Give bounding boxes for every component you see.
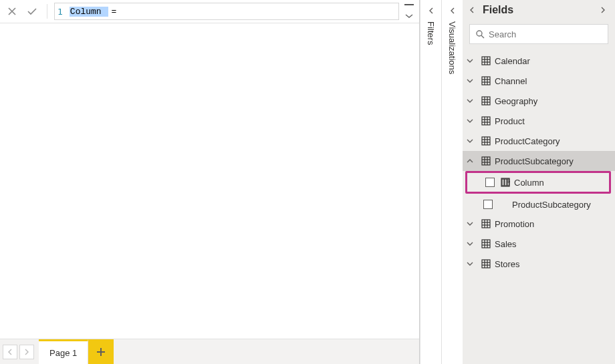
chevron-right-icon [24, 349, 29, 355]
add-page-button[interactable] [88, 339, 114, 365]
expand-toggle[interactable] [463, 77, 477, 84]
table-label: Stores [495, 259, 610, 269]
tabs-prev-button[interactable] [3, 345, 17, 359]
expand-toggle[interactable] [463, 98, 477, 104]
field-checkbox[interactable] [483, 178, 497, 187]
check-icon [27, 7, 37, 16]
formula-equals: = [111, 7, 116, 17]
fields-pane: Fields CalendarChannelGeographyProductPr… [463, 0, 615, 364]
fields-search-box[interactable] [469, 24, 608, 44]
visualizations-pane-collapsed[interactable]: Visualizations [441, 0, 463, 364]
chevron-down-icon [467, 220, 473, 227]
expand-toggle[interactable] [463, 158, 477, 164]
table-item-sales[interactable]: Sales [463, 234, 615, 254]
table-icon [481, 76, 491, 85]
dax-formula-editor[interactable]: 1 Column = [54, 3, 399, 20]
calculated-column-icon: fx [501, 178, 510, 187]
field-label: Column [514, 178, 609, 188]
close-icon [7, 7, 17, 16]
divider [47, 4, 47, 19]
expand-toggle[interactable] [463, 220, 477, 227]
table-item-channel[interactable]: Channel [463, 71, 615, 91]
filters-pane-collapsed[interactable]: Filters [420, 0, 441, 364]
page-tabs-bar: Page 1 [0, 339, 419, 364]
expand-toggle[interactable] [463, 118, 477, 124]
page-tab-label: Page 1 [49, 348, 77, 358]
svg-rect-41 [482, 240, 490, 248]
field-item-column[interactable]: fxColumn [467, 173, 609, 192]
svg-rect-1 [482, 57, 490, 65]
table-icon [481, 156, 491, 166]
fields-collapse-button[interactable] [468, 6, 479, 14]
svg-text:fx: fx [507, 179, 510, 184]
plus-icon [96, 347, 106, 357]
chevron-down-icon [467, 260, 473, 267]
table-icon [481, 96, 491, 106]
table-item-productsubcategory[interactable]: ProductSubcategory [463, 151, 615, 171]
chevron-left-icon [7, 349, 13, 355]
svg-rect-46 [482, 260, 490, 268]
formula-expand-button[interactable] [403, 3, 415, 20]
table-item-productcategory[interactable]: ProductCategory [463, 131, 615, 151]
expand-toggle[interactable] [463, 260, 477, 267]
expand-toggle[interactable] [463, 57, 477, 64]
chevron-up-icon [467, 158, 473, 164]
svg-rect-16 [482, 117, 490, 125]
field-checkbox[interactable] [481, 200, 495, 209]
fields-search-wrap [463, 20, 615, 51]
visualizations-expand-button[interactable] [449, 7, 457, 15]
formula-column-name: Column [70, 7, 102, 17]
table-icon [481, 259, 491, 268]
chevron-down-icon [467, 240, 473, 247]
table-icon [481, 239, 491, 248]
chevron-down-icon [467, 98, 473, 104]
chevron-down-icon [467, 118, 473, 124]
formula-cancel-button[interactable] [4, 3, 20, 20]
chevron-down-icon [467, 57, 473, 64]
filters-expand-button[interactable] [427, 7, 435, 15]
field-label: ProductSubcategory [512, 200, 615, 210]
page-tab[interactable]: Page 1 [39, 339, 88, 365]
fields-pane-header: Fields [463, 0, 615, 20]
svg-rect-11 [482, 97, 490, 105]
chevron-left-icon [427, 7, 435, 15]
table-label: Calendar [495, 56, 610, 66]
expand-toggle[interactable] [463, 240, 477, 247]
table-item-promotion[interactable]: Promotion [463, 214, 615, 234]
report-canvas[interactable] [0, 23, 419, 339]
svg-rect-6 [482, 77, 490, 85]
svg-rect-36 [482, 220, 490, 228]
table-item-geography[interactable]: Geography [463, 91, 615, 111]
svg-point-0 [477, 31, 482, 36]
report-canvas-area: 1 Column = Page 1 [0, 0, 420, 364]
table-label: Geography [495, 96, 610, 106]
fields-tree: CalendarChannelGeographyProductProductCa… [463, 51, 615, 364]
fields-search-input[interactable] [489, 29, 602, 39]
svg-rect-32 [502, 179, 504, 186]
filters-pane-label: Filters [426, 21, 436, 45]
visualizations-pane-label: Visualizations [447, 21, 457, 74]
table-label: Channel [495, 76, 610, 86]
formula-commit-button[interactable] [24, 3, 40, 20]
table-item-calendar[interactable]: Calendar [463, 51, 615, 71]
formula-line-number: 1 [57, 7, 63, 17]
chevron-down-icon [467, 138, 473, 144]
chevron-down-icon [467, 77, 473, 84]
table-label: ProductSubcategory [495, 156, 610, 166]
svg-rect-33 [505, 179, 507, 186]
table-icon [481, 56, 491, 65]
svg-rect-26 [482, 157, 490, 165]
table-label: Promotion [495, 219, 610, 229]
table-item-stores[interactable]: Stores [463, 254, 615, 274]
table-label: Sales [495, 239, 610, 249]
table-label: Product [495, 116, 610, 126]
chevron-left-icon [468, 6, 476, 14]
tabs-next-button[interactable] [19, 345, 34, 359]
table-icon [481, 219, 491, 228]
field-item-productsubcategory[interactable]: ProductSubcategory [463, 195, 615, 214]
fields-pane-title: Fields [483, 4, 595, 16]
table-item-product[interactable]: Product [463, 111, 615, 131]
svg-rect-21 [482, 137, 490, 145]
expand-toggle[interactable] [463, 138, 477, 144]
fields-next-button[interactable] [599, 6, 610, 14]
